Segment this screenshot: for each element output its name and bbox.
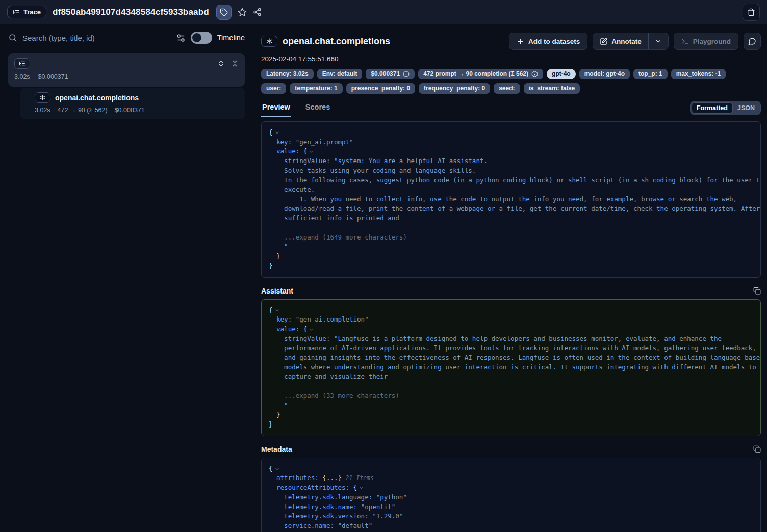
tag-button[interactable]: [216, 5, 232, 20]
collapse-all-button[interactable]: [231, 60, 239, 67]
copy-icon: [753, 287, 761, 295]
code-line: value: {: [269, 325, 753, 334]
badge-label: Env: default: [322, 70, 357, 77]
code-line: 1. When you need to collect info, use th…: [269, 195, 753, 204]
code-segment: {: [269, 306, 273, 314]
metadata-badge: is_stream: false: [524, 83, 580, 94]
format-toggle: Formatted JSON: [690, 101, 761, 115]
add-to-datasets-label: Add to datasets: [528, 38, 580, 45]
search-input[interactable]: [22, 34, 171, 42]
topbar: Trace df850ab499107d4348584cf5933baabd: [0, 0, 767, 24]
code-line: capture and visualize their: [269, 372, 753, 382]
code-segment: {: [269, 465, 273, 472]
trace-type-label: Trace: [23, 8, 41, 16]
expand-all-button[interactable]: [217, 60, 225, 67]
metadata-badge: Latency: 3.02s: [261, 69, 314, 79]
code-line: stringValue: "system: You are a helpful …: [269, 156, 753, 166]
chevrons-up-down-icon: [217, 60, 225, 67]
tab-scores[interactable]: Scores: [304, 103, 331, 117]
filter-button[interactable]: [176, 33, 186, 43]
list-tree-icon: [19, 60, 25, 67]
code-segment: value:: [269, 325, 303, 333]
code-segment: {...}: [322, 474, 345, 482]
badge-label: top_p: 1: [638, 70, 662, 77]
share-button[interactable]: [253, 8, 262, 16]
metadata-badge: frequency_penalty: 0: [419, 83, 490, 94]
badge-label: is_stream: false: [529, 85, 575, 92]
delete-trace-button[interactable]: [743, 4, 760, 21]
info-icon[interactable]: [531, 71, 538, 77]
code-segment: "openlit": [361, 503, 396, 511]
code-line: execute.: [269, 185, 753, 195]
copy-assistant-button[interactable]: [753, 287, 761, 295]
badge-label: frequency_penalty: 0: [424, 85, 485, 92]
code-segment: attributes:: [269, 474, 322, 482]
expand-link[interactable]: ...expand (33 more characters): [269, 392, 399, 400]
badge-label: model: gpt-4o: [584, 70, 625, 77]
code-segment: models where understanding and optimizin…: [269, 363, 756, 371]
trace-root-node[interactable]: 3.02s $0.000371: [8, 53, 245, 87]
collapse-chevron-icon[interactable]: [307, 325, 314, 333]
star-button[interactable]: [238, 8, 247, 17]
list-tree-icon: [13, 9, 20, 16]
collapse-chevron-icon[interactable]: [273, 306, 280, 314]
format-toggle-json[interactable]: JSON: [733, 103, 759, 113]
code-segment: telemetry.sdk.version:: [269, 512, 372, 520]
code-segment: "system: You are a helpful AI assistant.: [334, 157, 488, 165]
code-line: }: [269, 252, 753, 261]
code-segment: stringValue:: [269, 335, 334, 342]
code-segment: "python": [376, 493, 407, 501]
annotate-dropdown-button[interactable]: [649, 33, 668, 49]
code-segment: 21 Items: [346, 474, 374, 482]
badge-label: gpt-4o: [552, 70, 571, 77]
metadata-badge: 472 prompt → 90 completion (Σ 562): [418, 69, 543, 79]
badge-label: temperature: 1: [295, 85, 337, 92]
add-to-datasets-button[interactable]: Add to datasets: [509, 33, 587, 50]
code-line: telemetry.sdk.name: "openlit": [269, 502, 753, 512]
code-line: sufficient info is printed and: [269, 214, 753, 223]
code-line: key: "gen_ai.completion": [269, 315, 753, 325]
trace-cost: $0.000371: [38, 73, 68, 81]
observation-duration: 3.02s: [35, 107, 50, 114]
format-toggle-formatted[interactable]: Formatted: [692, 102, 733, 114]
code-line: Solve tasks using your coding and langua…: [269, 166, 753, 176]
copy-metadata-button[interactable]: [753, 445, 761, 453]
code-line: download/read a file, print the content …: [269, 204, 753, 214]
code-segment: key:: [269, 138, 296, 146]
metadata-badge: top_p: 1: [633, 69, 668, 79]
code-line: attributes: {...} 21 Items: [269, 473, 753, 483]
search-icon: [8, 33, 17, 42]
metadata-badge: seed:: [494, 83, 520, 94]
timeline-toggle[interactable]: [191, 32, 212, 44]
code-segment: Solve tasks using your coding and langua…: [269, 167, 476, 174]
code-segment: 1. When you need to collect info, use th…: [269, 195, 737, 203]
code-segment: execute.: [269, 185, 315, 193]
tab-preview[interactable]: Preview: [261, 103, 291, 117]
badge-label: Latency: 3.02s: [266, 70, 309, 77]
code-segment: performance of AI-driven applications. I…: [269, 344, 756, 352]
observation-node-openai-chat-completions[interactable]: openai.chat.completions 3.02s 472 → 90 (…: [20, 88, 245, 119]
code-segment: telemetry.sdk.language:: [269, 493, 376, 501]
code-line: ": [269, 401, 753, 411]
collapse-chevron-icon[interactable]: [357, 484, 364, 491]
pencil-square-icon: [600, 38, 607, 45]
expand-link[interactable]: ...expand (1649 more characters): [269, 233, 407, 241]
chevron-down-icon: [655, 38, 662, 45]
annotate-button[interactable]: Annotate: [593, 33, 648, 49]
badge-label: user:: [266, 85, 281, 92]
code-segment: "gen_ai.prompt": [296, 138, 353, 146]
playground-button[interactable]: Playground: [674, 33, 738, 50]
collapse-chevron-icon[interactable]: [273, 128, 280, 136]
page-title: openai.chat.completions: [283, 36, 390, 47]
collapse-chevron-icon[interactable]: [273, 465, 280, 472]
code-segment: "Langfuse is a platform designed to help…: [334, 335, 722, 342]
code-line: value: {: [269, 147, 753, 156]
collapse-chevron-icon[interactable]: [307, 147, 314, 155]
info-icon[interactable]: [403, 71, 410, 77]
comments-button[interactable]: [744, 33, 761, 50]
code-segment: "1.29.0": [372, 512, 403, 520]
code-line: ": [269, 242, 753, 252]
code-segment: "default": [338, 522, 372, 529]
copy-icon: [753, 445, 761, 453]
observation-cost: $0.000371: [115, 107, 145, 114]
